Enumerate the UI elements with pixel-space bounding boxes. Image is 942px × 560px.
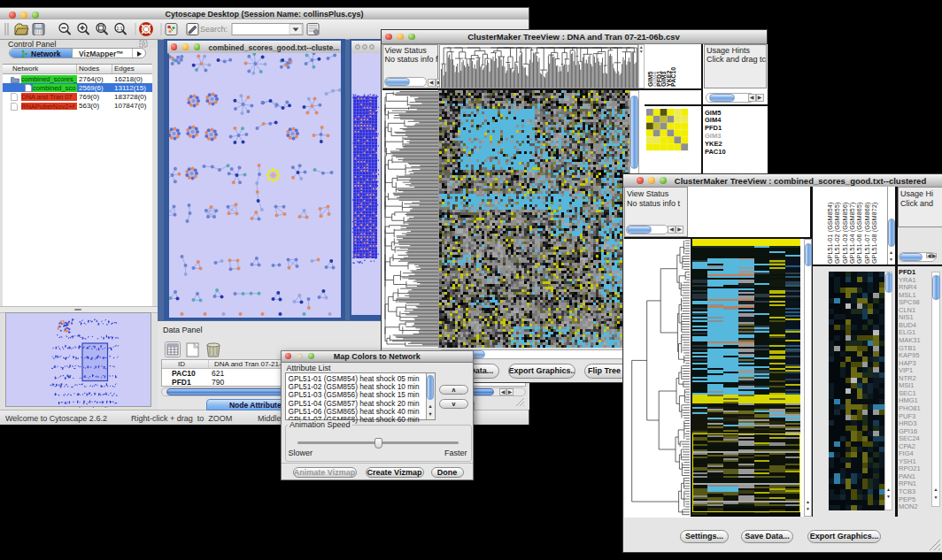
svg-text:Search:: Search: xyxy=(200,25,228,34)
svg-text:1:1: 1:1 xyxy=(117,26,123,31)
